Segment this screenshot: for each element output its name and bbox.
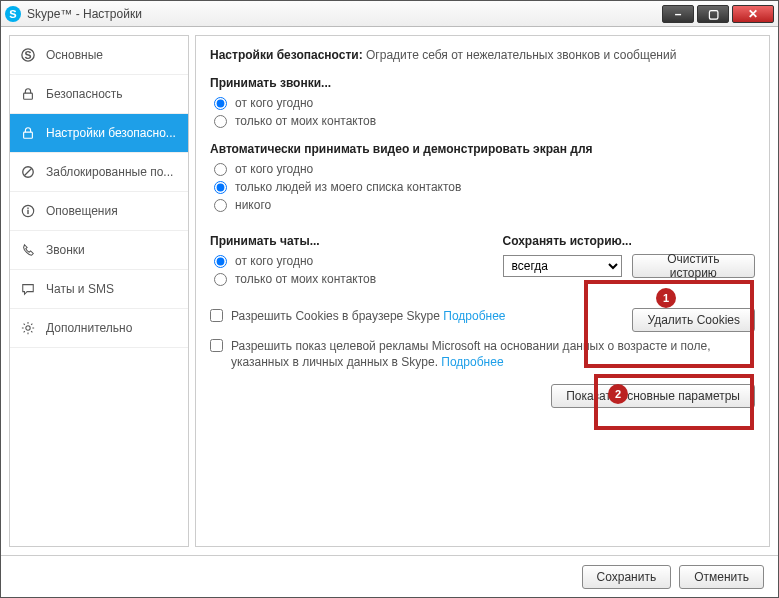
radio-label: от кого угодно [235,162,313,176]
svg-text:S: S [24,49,31,61]
panel-header-bold: Настройки безопасности: [210,48,363,62]
section-chats-title: Принимать чаты... [210,234,463,248]
checkbox-label: Разрешить Cookies в браузере Skype [231,309,440,323]
radio-calls-anyone[interactable]: от кого угодно [214,96,755,110]
svg-rect-2 [24,93,33,99]
titlebar: S Skype™ - Настройки – ▢ ✕ [1,1,778,27]
sidebar-item-advanced[interactable]: Дополнительно [10,309,188,348]
svg-line-5 [25,169,32,176]
svg-point-9 [26,326,30,330]
history-select[interactable]: всегда [503,255,622,277]
sidebar-item-label: Звонки [46,243,85,257]
radio-chats-contacts[interactable]: только от моих контактов [214,272,463,286]
radio-input[interactable] [214,97,227,110]
clear-history-button[interactable]: Очистить историю [632,254,755,278]
radio-calls-contacts[interactable]: только от моих контактов [214,114,755,128]
row-targeted-ads: Разрешить показ целевой рекламы Microsof… [210,338,755,370]
info-icon [20,204,36,218]
radio-input[interactable] [214,163,227,176]
radio-label: от кого угодно [235,254,313,268]
checkbox-allow-cookies[interactable] [210,309,223,322]
radio-input[interactable] [214,273,227,286]
panel-header-text: Оградите себя от нежелательных звонков и… [366,48,676,62]
radio-input[interactable] [214,255,227,268]
sidebar-item-label: Заблокированные по... [46,165,173,179]
radio-input[interactable] [214,199,227,212]
checkbox-targeted-ads[interactable] [210,339,223,352]
sidebar-item-chats[interactable]: Чаты и SMS [10,270,188,309]
annotation-badge-1: 1 [656,288,676,308]
minimize-button[interactable]: – [662,5,694,23]
lock-icon [20,87,36,101]
radio-input[interactable] [214,115,227,128]
link-more-ads[interactable]: Подробнее [441,355,503,369]
radio-label: только от моих контактов [235,272,376,286]
radio-label: только людей из моего списка контактов [235,180,461,194]
sidebar-item-general[interactable]: S Основные [10,36,188,75]
gear-icon [20,321,36,335]
skype-icon: S [5,6,21,22]
sidebar: S Основные Безопасность Настройки безопа… [9,35,189,547]
sidebar-item-calls[interactable]: Звонки [10,231,188,270]
sidebar-item-label: Чаты и SMS [46,282,114,296]
footer: Сохранить Отменить [1,555,778,597]
svg-rect-3 [24,132,33,138]
lock-icon [20,126,36,140]
radio-label: только от моих контактов [235,114,376,128]
radio-video-contacts[interactable]: только людей из моего списка контактов [214,180,755,194]
cancel-button[interactable]: Отменить [679,565,764,589]
panel-header: Настройки безопасности: Оградите себя от… [210,48,755,62]
radio-label: никого [235,198,271,212]
radio-video-nobody[interactable]: никого [214,198,755,212]
save-button[interactable]: Сохранить [582,565,672,589]
section-video-title: Автоматически принимать видео и демонстр… [210,142,755,156]
maximize-button[interactable]: ▢ [697,5,729,23]
radio-input[interactable] [214,181,227,194]
svg-rect-7 [27,210,28,214]
section-calls-title: Принимать звонки... [210,76,755,90]
delete-cookies-button[interactable]: Удалить Cookies [632,308,755,332]
skype-icon: S [20,48,36,62]
sidebar-item-label: Настройки безопасно... [46,126,176,140]
svg-rect-8 [27,208,28,209]
radio-video-anyone[interactable]: от кого угодно [214,162,755,176]
row-allow-cookies: Разрешить Cookies в браузере Skype Подро… [210,308,755,332]
sidebar-item-notifications[interactable]: Оповещения [10,192,188,231]
sidebar-item-label: Основные [46,48,103,62]
chat-icon [20,282,36,296]
sidebar-item-security[interactable]: Безопасность [10,75,188,114]
section-history-title: Сохранять историю... [503,234,756,248]
sidebar-item-blocked[interactable]: Заблокированные по... [10,153,188,192]
radio-label: от кого угодно [235,96,313,110]
blocked-icon [20,165,36,179]
settings-window: S Skype™ - Настройки – ▢ ✕ S Основные Бе… [0,0,779,598]
sidebar-item-security-settings[interactable]: Настройки безопасно... [10,114,188,153]
link-more-cookies[interactable]: Подробнее [443,309,505,323]
content-panel: Настройки безопасности: Оградите себя от… [195,35,770,547]
phone-icon [20,243,36,257]
sidebar-item-label: Безопасность [46,87,123,101]
close-button[interactable]: ✕ [732,5,774,23]
show-basic-params-button[interactable]: Показать основные параметры [551,384,755,408]
sidebar-item-label: Оповещения [46,204,118,218]
sidebar-item-label: Дополнительно [46,321,132,335]
window-title: Skype™ - Настройки [27,7,662,21]
radio-chats-anyone[interactable]: от кого угодно [214,254,463,268]
